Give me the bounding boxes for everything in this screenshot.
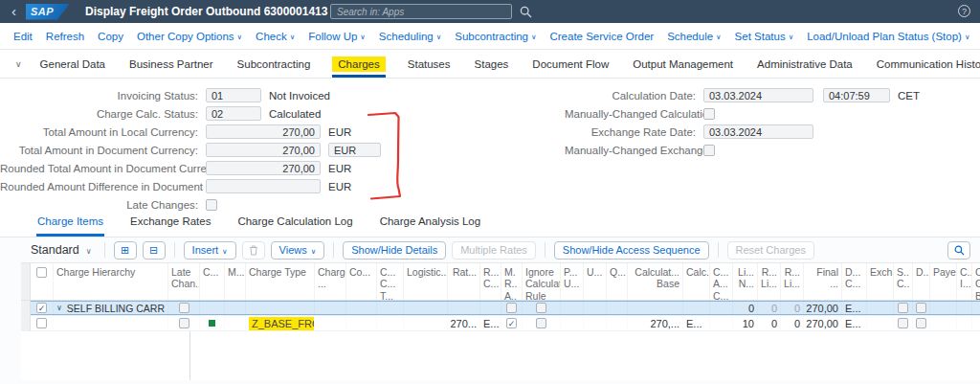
tab-business-partner[interactable]: Business Partner (127, 50, 215, 78)
column-header-chb[interactable]: Ch... Cal... Bas... (972, 263, 980, 300)
tab-output-management[interactable]: Output Management (631, 50, 735, 78)
calc-time-field[interactable]: 04:07:59 (823, 88, 890, 102)
checkbox[interactable] (36, 318, 47, 328)
search-input[interactable] (330, 4, 512, 19)
action-set-status[interactable]: Set Status∨ (735, 31, 794, 42)
chevron-down-icon[interactable]: ∨ (56, 304, 62, 312)
mra-cell[interactable] (501, 301, 523, 315)
delete-button[interactable] (242, 241, 265, 260)
tab-administrative-data[interactable]: Administrative Data (755, 50, 855, 78)
reset-charges-button[interactable]: Reset Charges (727, 241, 814, 260)
checkbox[interactable] (898, 303, 908, 313)
column-header-hierarchy[interactable]: Charge Hierarchy (54, 263, 168, 300)
tab-stages[interactable]: Stages (473, 50, 511, 78)
charge-calc-status-field[interactable]: 02 (206, 106, 261, 121)
checkbox[interactable] (179, 318, 189, 328)
table-row-2[interactable]: Z_BASE_FRG...270...E...✓270,...E...10002… (21, 316, 980, 331)
column-header-d2[interactable]: D.. (913, 263, 930, 300)
checkbox[interactable] (536, 303, 546, 313)
column-header-sel[interactable] (31, 263, 54, 300)
column-header-co[interactable]: Co... (346, 263, 377, 300)
column-header-dc[interactable]: D... C... (842, 263, 867, 300)
search-icon[interactable] (520, 6, 532, 18)
subtab-charge-items[interactable]: Charge Items (36, 215, 104, 237)
action-check[interactable]: Check∨ (256, 31, 295, 42)
column-header-c1[interactable]: C... (200, 263, 225, 300)
column-header-mra[interactable]: M. R.. A.. (501, 263, 523, 300)
manual-calc-date-checkbox[interactable] (703, 108, 715, 120)
tab-communication-history[interactable]: Communication History (875, 50, 980, 78)
action-refresh[interactable]: Refresh (46, 31, 84, 42)
late-changes-checkbox[interactable] (206, 199, 217, 211)
column-header-calc[interactable]: Calc... (683, 263, 710, 300)
hierarchy-node[interactable]: ∨SELF BILLING CARRIER /61 (56, 303, 165, 314)
help-icon[interactable]: ? (958, 5, 970, 17)
column-header-charge2[interactable]: Charge ... (315, 263, 346, 300)
sc-cell[interactable] (894, 316, 913, 330)
column-header-final[interactable]: Final ... (804, 263, 842, 300)
column-header-rli2[interactable]: R... Li... (781, 263, 804, 300)
subtab-exchange-rates[interactable]: Exchange Rates (129, 215, 212, 237)
checkbox[interactable] (916, 318, 926, 328)
column-header-rc[interactable]: R... C... (480, 263, 501, 300)
tab-document-flow[interactable]: Document Flow (530, 50, 611, 78)
action-subcontracting[interactable]: Subcontracting∨ (455, 31, 536, 42)
sel-cell[interactable] (31, 316, 54, 330)
table-row-1[interactable]: ✓∨SELF BILLING CARRIER /61000270,00E... (21, 301, 980, 316)
column-header-ci[interactable]: C.. I... (957, 263, 972, 300)
exch-rate-date-field[interactable]: 03.03.2024 (703, 124, 813, 139)
column-header-rat[interactable]: Rat... (448, 263, 480, 300)
action-other-copy-options[interactable]: Other Copy Options∨ (137, 31, 242, 42)
tab-subcontracting[interactable]: Subcontracting (235, 50, 313, 78)
action-edit[interactable]: Edit (13, 31, 33, 42)
column-header-lin[interactable]: Li... N... (733, 263, 758, 300)
column-header-ctype[interactable]: Charge Type (246, 263, 315, 300)
sel-cell[interactable]: ✓ (31, 301, 54, 315)
checkbox-checked[interactable]: ✓ (36, 303, 47, 313)
invoicing-status-field[interactable]: 01 (206, 88, 261, 102)
table-search-button[interactable] (947, 241, 970, 260)
sc-cell[interactable] (894, 301, 913, 315)
total-doc-field[interactable]: 270,00 (206, 143, 321, 157)
checkbox-checked[interactable]: ✓ (506, 318, 517, 328)
column-header-q[interactable]: Q... (607, 263, 628, 300)
ignore-cell[interactable] (523, 316, 561, 330)
checkbox[interactable] (898, 318, 908, 328)
column-header-m1[interactable]: M... (225, 263, 246, 300)
insert-button[interactable]: Insert ∨ (184, 241, 236, 260)
column-header-rli1[interactable]: R... Li... (758, 263, 781, 300)
action-scheduling[interactable]: Scheduling∨ (379, 31, 441, 42)
total-doc-currency-field[interactable]: EUR (328, 143, 381, 157)
column-header-late[interactable]: Late Chan... (168, 263, 200, 300)
collapse-grid-icon-button[interactable]: ⊟ (143, 241, 166, 260)
tab-charges[interactable]: Charges (332, 50, 385, 78)
column-header-sc[interactable]: S.. C.. (894, 263, 913, 300)
action-follow-up[interactable]: Follow Up∨ (308, 31, 366, 42)
column-header-cac[interactable]: C... A... C... (710, 263, 733, 300)
column-header-exch[interactable]: Exch... (867, 263, 894, 300)
checkbox[interactable] (916, 303, 926, 313)
view-selector[interactable]: Standard ∨ (31, 243, 92, 257)
column-header-payer[interactable]: Payer (930, 263, 957, 300)
checkbox[interactable] (506, 303, 517, 313)
column-header-ignore[interactable]: Ignore Calculat... Rule (523, 263, 561, 300)
action-create-service-order[interactable]: Create Service Order (549, 31, 654, 42)
export-grid-icon-button[interactable]: ⊞ (114, 241, 137, 260)
checkbox[interactable] (536, 318, 546, 328)
subtab-charge-calculation-log[interactable]: Charge Calculation Log (236, 215, 353, 237)
show-hide-details-button[interactable]: Show/Hide Details (343, 241, 446, 260)
select-all-checkbox[interactable] (36, 267, 47, 278)
rounded-total-field[interactable]: 270,00 (206, 161, 321, 175)
action-load-unload-plan-status-stop[interactable]: Load/Unload Plan Status (Stop)∨ (807, 31, 969, 42)
late-cell[interactable] (168, 301, 200, 315)
rounded-diff-field[interactable] (206, 179, 321, 193)
back-icon[interactable]: ‹ (11, 4, 16, 18)
d2-cell[interactable] (913, 316, 930, 330)
tab-general-data[interactable]: General Data (38, 50, 107, 78)
show-hide-access-sequence-button[interactable]: Show/Hide Access Sequence (554, 241, 709, 260)
column-header-u[interactable]: U... (584, 263, 607, 300)
late-cell[interactable] (168, 316, 200, 330)
tab-statuses[interactable]: Statuses (406, 50, 453, 78)
action-schedule[interactable]: Schedule∨ (667, 31, 721, 42)
column-header-cbase[interactable]: Calculat... Base (628, 263, 683, 300)
